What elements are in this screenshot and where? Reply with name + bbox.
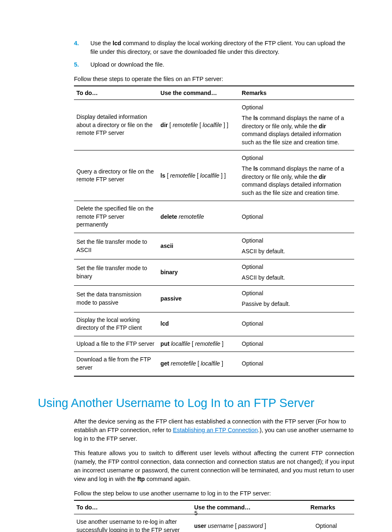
- table-row: Download a file from the FTP server get …: [74, 352, 354, 376]
- step-4: Use the lcd command to display the local…: [74, 39, 354, 56]
- th-remarks: Remarks: [239, 86, 354, 100]
- table-row: Set the file transfer mode to binary bin…: [74, 259, 354, 286]
- step-5: Upload or download the file.: [74, 60, 354, 69]
- table-row: Display detailed information about a dir…: [74, 100, 354, 150]
- section-heading: Using Another Username to Log In to an F…: [38, 396, 354, 410]
- table-row: Query a directory or file on the remote …: [74, 150, 354, 201]
- table2-intro: Follow the step below to use another use…: [74, 489, 354, 497]
- ftp-commands-table: To do… Use the command… Remarks Display …: [74, 86, 354, 376]
- table-row: Display the local working directory of t…: [74, 312, 354, 336]
- table-row: Delete the specified file on the remote …: [74, 201, 354, 233]
- th-command: Use the command…: [158, 86, 240, 100]
- table-header-row: To do… Use the command… Remarks: [74, 86, 354, 100]
- establishing-ftp-link[interactable]: Establishing an FTP Connection: [173, 427, 258, 433]
- table1-intro: Follow these steps to operate the files …: [74, 75, 354, 83]
- table-row: Upload a file to the FTP server put loca…: [74, 336, 354, 352]
- para-2: This feature allows you to switch to dif…: [74, 449, 354, 483]
- page-content: Use the lcd command to display the local…: [74, 39, 354, 377]
- table-row: Use another username to re-log in after …: [74, 514, 354, 532]
- para-1: After the device serving as the FTP clie…: [74, 417, 354, 443]
- page-number: 5: [0, 510, 392, 516]
- table-row: Set the data transmission mode to passiv…: [74, 286, 354, 312]
- table-row: Set the file transfer mode to ASCII asci…: [74, 233, 354, 259]
- numbered-steps: Use the lcd command to display the local…: [74, 39, 354, 69]
- th-todo: To do…: [74, 86, 158, 100]
